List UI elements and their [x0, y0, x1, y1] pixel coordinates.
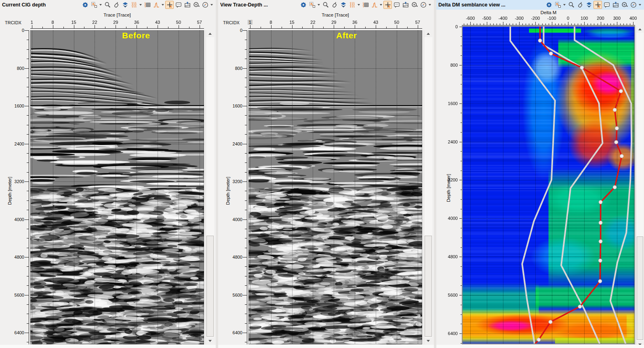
- toolbar-comment-bubble-button[interactable]: [174, 1, 183, 9]
- trace-table-icon: [144, 2, 151, 8]
- dropdown-arrow-icon[interactable]: [318, 4, 320, 6]
- scrollbar-down-button[interactable]: [424, 337, 432, 344]
- up-arrow-icon: [427, 33, 430, 35]
- toolbar-wiggle-trace-button[interactable]: [348, 1, 356, 9]
- scrollbar-thumb[interactable]: [425, 236, 432, 337]
- toolbar-select-mode-button[interactable]: [554, 1, 562, 9]
- dropdown-arrow-icon[interactable]: [99, 4, 102, 6]
- dropdown-arrow-icon[interactable]: [210, 4, 213, 6]
- toolbar-export-image-button[interactable]: [611, 1, 620, 9]
- toolbar-crosshair-pick-button[interactable]: [165, 1, 174, 9]
- minor-tick-mark: [497, 23, 497, 25]
- dropdown-arrow-icon[interactable]: [429, 4, 431, 6]
- toolbar-amplitude-histogram-button[interactable]: [152, 1, 160, 9]
- tick-mark: [53, 25, 53, 28]
- tick-mark: [271, 25, 271, 28]
- scrollbar-up-button[interactable]: [424, 30, 432, 37]
- semblance-plot[interactable]: [462, 26, 635, 344]
- toolbar-crosshair-pick-button[interactable]: [593, 1, 602, 9]
- minor-tick-mark: [461, 132, 462, 133]
- vertical-scrollbar[interactable]: [206, 30, 214, 344]
- tick-mark: [243, 257, 247, 257]
- minor-tick-mark: [27, 87, 29, 87]
- minor-tick-mark: [516, 23, 516, 25]
- toolbar-wiggle-trace-button[interactable]: [130, 1, 138, 9]
- toolbar-measure-tape-button[interactable]: [192, 1, 200, 9]
- tick-mark: [200, 25, 200, 28]
- minor-tick-mark: [610, 23, 611, 25]
- toolbar-layers-button[interactable]: [339, 1, 347, 9]
- minor-tick-mark: [594, 23, 594, 25]
- minor-tick-mark: [365, 27, 366, 28]
- vertical-scrollbar[interactable]: [636, 26, 644, 348]
- toolbar-compass-button[interactable]: [201, 1, 209, 9]
- minor-tick-mark: [461, 151, 462, 152]
- x-tick-label: 50: [176, 20, 181, 25]
- minor-tick-mark: [42, 27, 43, 28]
- toolbar-measure-tape-button[interactable]: [410, 1, 419, 9]
- tick-mark: [334, 25, 334, 28]
- dropdown-arrow-icon[interactable]: [563, 4, 566, 6]
- toolbar-export-image-button[interactable]: [401, 1, 410, 9]
- toolbar-zoom-magnifier-button[interactable]: [321, 1, 330, 9]
- minor-tick-mark: [490, 23, 490, 25]
- seismic-plot-before[interactable]: [30, 30, 204, 344]
- toolbar-comment-bubble-button[interactable]: [602, 1, 611, 9]
- y-tick-label: 5600: [221, 293, 242, 297]
- y-tick-label: 5600: [3, 293, 24, 297]
- tick-mark: [116, 25, 116, 28]
- scrollbar-thumb[interactable]: [206, 236, 214, 337]
- toolbar-layers-button[interactable]: [585, 1, 593, 9]
- toolbar-crosshair-pick-button[interactable]: [383, 1, 392, 9]
- amplitude-histogram-icon: [371, 2, 378, 8]
- tick-mark: [74, 25, 74, 28]
- x-tick-label: 15: [289, 20, 294, 25]
- toolbar-mouse-pointer-button[interactable]: [576, 1, 584, 9]
- vertical-scrollbar[interactable]: [424, 30, 432, 344]
- toolbar-mouse-pointer-button[interactable]: [330, 1, 339, 9]
- panel-title: View Trace-Depth ...: [220, 2, 268, 8]
- scrollbar-down-button[interactable]: [206, 337, 214, 344]
- tick-mark: [243, 30, 247, 31]
- minor-tick-mark: [245, 172, 247, 173]
- toolbar-trace-table-button[interactable]: [143, 1, 152, 9]
- toolbar-trace-table-button[interactable]: [361, 1, 370, 9]
- toolbar-export-image-button[interactable]: [183, 1, 192, 9]
- toolbar-compass-button[interactable]: [419, 1, 427, 9]
- toolbar-measure-tape-button[interactable]: [620, 1, 629, 9]
- minor-tick-mark: [461, 161, 462, 161]
- toolbar-gear-button[interactable]: [299, 1, 307, 9]
- toolbar-zoom-magnifier-button[interactable]: [567, 1, 575, 9]
- minor-tick-mark: [245, 134, 247, 135]
- toolbar-layers-button[interactable]: [121, 1, 129, 9]
- toolbar-gear-button[interactable]: [81, 1, 89, 9]
- scrollbar-thumb[interactable]: [637, 236, 643, 340]
- tick-mark: [459, 180, 462, 180]
- export-image-icon: [612, 2, 619, 8]
- toolbar-compass-button[interactable]: [629, 1, 638, 9]
- select-mode-icon: [91, 2, 97, 8]
- toolbar-select-mode-button[interactable]: [308, 1, 316, 9]
- scrollbar-up-button[interactable]: [206, 30, 214, 37]
- minor-tick-mark: [27, 238, 29, 238]
- x-tick-label: 0: [567, 16, 569, 21]
- dropdown-arrow-icon[interactable]: [162, 4, 164, 6]
- dropdown-arrow-icon[interactable]: [358, 4, 360, 6]
- toolbar-comment-bubble-button[interactable]: [392, 1, 401, 9]
- toolbar-zoom-magnifier-button[interactable]: [103, 1, 112, 9]
- dropdown-arrow-icon[interactable]: [139, 4, 142, 6]
- toolbar-gear-button[interactable]: [545, 1, 553, 9]
- minor-tick-mark: [587, 23, 588, 25]
- minor-tick-mark: [558, 23, 559, 25]
- toolbar-mouse-pointer-button[interactable]: [112, 1, 120, 9]
- dropdown-arrow-icon[interactable]: [639, 4, 641, 6]
- scrollbar-up-button[interactable]: [636, 26, 644, 33]
- zoom-magnifier-icon: [568, 2, 575, 8]
- minor-tick-mark: [84, 27, 84, 28]
- minor-tick-mark: [461, 343, 462, 344]
- toolbar-amplitude-histogram-button[interactable]: [370, 1, 379, 9]
- seismic-plot-after[interactable]: [248, 30, 422, 344]
- dropdown-arrow-icon[interactable]: [380, 4, 382, 6]
- toolbar-select-mode-button[interactable]: [90, 1, 98, 9]
- minor-tick-mark: [604, 23, 604, 25]
